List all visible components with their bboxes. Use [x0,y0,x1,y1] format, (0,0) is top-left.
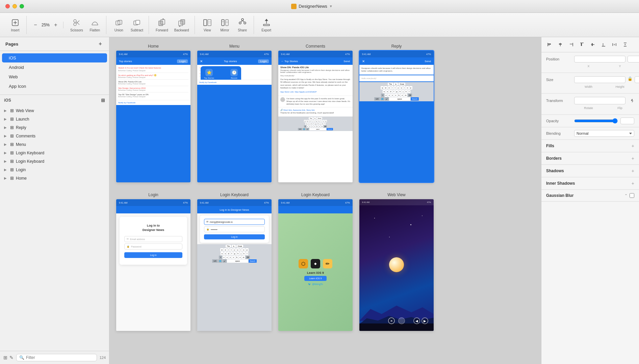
pencil-icon[interactable]: ✎ [9,355,14,360]
artboard-home-label: Home [148,44,159,49]
distribute-v-button[interactable] [620,40,630,49]
align-right-button[interactable] [566,40,576,49]
artboard-login-keyboard-2-label: Login Keyboard [301,192,330,197]
borders-add-icon: + [632,156,634,161]
mirror-button[interactable]: Mirror [216,16,233,34]
layer-reply[interactable]: ▶ ⊞ Reply [0,123,109,132]
shadows-section[interactable]: Shadows + [541,165,639,177]
canvas-area[interactable]: Home 9:41 AM47% Top stories Login Sketch… [109,37,541,364]
titlebar: DesignerNews ▼ [0,0,639,13]
page-item-appicon[interactable]: App Icon [2,82,107,91]
close-button[interactable] [5,4,10,8]
maximize-button[interactable] [20,4,24,8]
position-row: Position [546,56,634,62]
minimize-button[interactable] [12,4,17,8]
layer-home[interactable]: ▶ ⊞ Home [0,174,109,182]
boolean-ops-group: Union Subtract [108,16,149,34]
scissors-icon [72,18,81,27]
svg-rect-20 [204,20,207,26]
pages-icon[interactable]: ⊞ [3,355,7,360]
layer-comments[interactable]: ▶ ⊞ Comments [0,132,109,140]
opacity-slider[interactable] [574,118,618,124]
layer-login[interactable]: ▶ ⊞ Login [0,165,109,174]
svg-point-28 [241,19,244,21]
layer-type-icon: ⊞ [10,116,14,122]
zoom-in-button[interactable]: + [52,22,59,28]
filter-icons: ⊞ ✎ [3,355,14,360]
align-middle-v-button[interactable] [588,40,597,49]
artboard-menu-preview: 9:41 AM47% ✕ Top stories Login Sketch 3.… [197,51,272,182]
align-left-button[interactable] [545,40,554,49]
export-button[interactable]: Export [258,16,275,34]
scissors-button[interactable]: Scissors [68,16,86,34]
artboard-webview[interactable]: Web View 9:41 AM47% [359,192,434,331]
layer-name: Reply [16,125,105,130]
insert-button[interactable]: Insert [7,16,24,34]
opacity-value-input[interactable] [620,118,634,124]
mirror-icon [220,18,230,27]
flatten-button[interactable]: Flatten [86,16,103,34]
distribute-h-button[interactable] [610,40,619,49]
view-label: View [204,28,211,32]
page-item-web[interactable]: Web [2,72,107,81]
height-input[interactable] [635,76,639,83]
svg-marker-15 [162,18,164,19]
fills-section[interactable]: Fills + [541,140,639,152]
width-input[interactable] [574,76,625,83]
artboard-login[interactable]: Login 9:41 AM47% Log in toDesigner News … [116,192,190,331]
position-y-input[interactable] [628,56,639,62]
filter-input-wrap: 🔍 [16,354,97,361]
page-item-android[interactable]: Android [2,63,107,72]
rotate-input[interactable] [574,97,625,104]
blending-select[interactable]: Normal Multiply Screen Overlay Darken Li… [574,130,634,137]
svg-marker-56 [631,99,632,101]
svg-rect-25 [222,21,224,22]
gaussian-toggle[interactable] [630,193,634,198]
borders-section[interactable]: Borders + [541,152,639,165]
artboard-menu[interactable]: Menu 9:41 AM47% ✕ Top stories Login [197,44,272,182]
layer-web-view[interactable]: ▶ ⊞ Web View [0,106,109,115]
artboard-login-keyboard-2-preview: 9:41 AM47% ⬡ ◆ ✏ Learn iOS 9 Learn iOS 9 [278,199,353,331]
zoom-out-button[interactable]: − [32,22,39,28]
gaussian-blur-section[interactable]: Gaussian Blur ⌃ [541,190,639,202]
rotate-label: Rotate [574,106,603,110]
artboard-comments[interactable]: Comments 9:41 AM47% ← Top Stories Send S… [278,44,353,182]
position-x-input[interactable] [574,56,625,62]
layer-login-keyboard-2[interactable]: ▶ ⊞ Login Keyboard [0,157,109,165]
inner-shadows-add-icon: + [632,181,634,186]
share-button[interactable]: Share [234,16,251,34]
expand-icon: ▶ [4,159,8,163]
blending-label: Blending [546,131,571,135]
align-center-h-button[interactable] [556,40,565,49]
layer-type-icon: ⊞ [10,167,14,172]
svg-rect-44 [581,43,582,46]
flip-h-button[interactable] [628,97,637,104]
artboard-login-keyboard-1[interactable]: Login Keyboard 9:41 AM47% Log in to Desi… [197,192,272,331]
inner-shadows-section[interactable]: Inner Shadows + [541,177,639,190]
opacity-label: Opacity [546,119,571,123]
pages-label: Pages [5,42,18,47]
layer-launch[interactable]: ▶ ⊞ Launch [0,115,109,123]
align-bottom-button[interactable] [599,40,608,49]
union-button[interactable]: Union [110,16,127,34]
forward-button[interactable]: Forward [153,16,171,34]
filter-input[interactable] [26,355,94,360]
position-sub-labels: X Y [546,64,634,68]
align-top-button[interactable] [577,40,587,49]
artboard-home[interactable]: Home 9:41 AM47% Top stories Login Sketch… [116,44,190,182]
page-item-ios[interactable]: iOS [2,53,107,62]
add-page-button[interactable]: + [97,41,104,47]
fills-label: Fills [546,144,554,148]
layer-login-keyboard-1[interactable]: ▶ ⊞ Login Keyboard [0,149,109,157]
sidebar: Pages + iOS Android Web App Icon iOS ⊞ ▶… [0,37,109,364]
transform-row: Transform [546,97,634,104]
backward-button[interactable]: Backward [172,16,192,34]
artboard-login-keyboard-2[interactable]: Login Keyboard 9:41 AM47% ⬡ ◆ ✏ [278,192,353,331]
subtract-button[interactable]: Subtract [128,16,146,34]
layer-menu[interactable]: ▶ ⊞ Menu [0,140,109,149]
layer-name: Launch [16,117,105,122]
svg-line-32 [242,21,245,22]
view-button[interactable]: View [199,16,216,34]
artboard-reply[interactable]: Reply 9:41 AM47% ✕ Send Designers should… [359,44,434,182]
svg-rect-21 [208,20,211,26]
